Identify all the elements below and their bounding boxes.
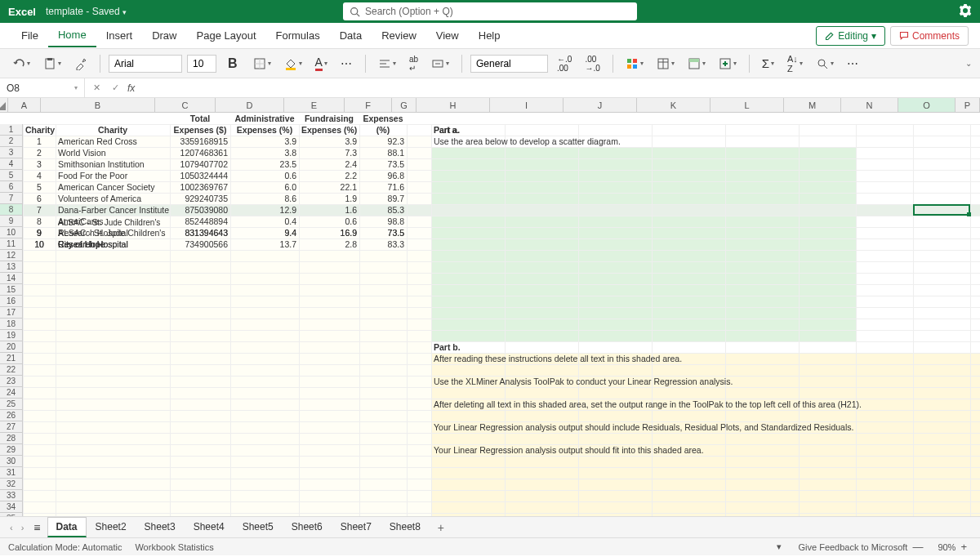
ribbon-expand-button[interactable]: ⌄ [965, 59, 972, 68]
calc-mode-label[interactable]: Calculation Mode: Automatic [8, 542, 122, 552]
font-more-button[interactable]: ⋯ [336, 55, 357, 73]
row-header-21[interactable]: 21 [0, 353, 22, 364]
col-header-C[interactable]: C [155, 98, 216, 112]
cell[interactable]: 8.6 [230, 193, 299, 204]
cell[interactable]: 9 [23, 227, 56, 238]
cell[interactable]: 12.9 [230, 204, 299, 216]
cell[interactable]: Volunteers of America [56, 193, 170, 204]
col-header-L[interactable]: L [710, 98, 784, 112]
cell[interactable]: 6.0 [230, 181, 299, 193]
cell[interactable]: 10 [23, 238, 56, 250]
cell[interactable]: World Vision [56, 147, 170, 158]
col-header-E[interactable]: E [284, 98, 345, 112]
tab-home[interactable]: Home [48, 24, 96, 47]
cell[interactable]: 2 [23, 147, 56, 158]
cell[interactable]: Charity [56, 124, 170, 136]
fill-color-button[interactable]: ▾ [280, 55, 306, 73]
col-header-N[interactable]: N [841, 98, 898, 112]
cell[interactable]: 88.1 [359, 147, 407, 158]
header-cell[interactable]: Administrative [230, 113, 299, 124]
cell[interactable]: 23.5 [230, 158, 299, 170]
cell[interactable]: 1.9 [299, 193, 359, 204]
undo-button[interactable]: ▾ [8, 55, 34, 73]
row-header-35[interactable]: 35 [0, 513, 22, 516]
cell[interactable]: 71.6 [359, 181, 407, 193]
toolbar-more-button[interactable]: ⋯ [843, 55, 863, 73]
align-button[interactable]: ▾ [374, 55, 400, 73]
col-header-H[interactable]: H [416, 98, 490, 112]
cell[interactable]: Your Linear Regression analysis output s… [431, 421, 980, 433]
col-header-A[interactable]: A [8, 98, 41, 112]
paste-button[interactable]: ▾ [39, 55, 65, 73]
row-header-22[interactable]: 22 [0, 364, 22, 376]
zoom-out-button[interactable]: — [907, 541, 928, 553]
col-header-G[interactable]: G [392, 98, 416, 112]
cell[interactable]: 89.7 [359, 193, 407, 204]
sheet-nav-prev[interactable]: ‹ [7, 523, 16, 532]
select-all-corner[interactable] [0, 98, 8, 112]
cell[interactable]: City of Hope [56, 238, 170, 250]
cell[interactable]: 3.8 [230, 147, 299, 158]
cell[interactable]: 9.4 [230, 227, 299, 238]
row-header-26[interactable]: 26 [0, 410, 22, 421]
editing-mode-button[interactable]: Editing▾ [816, 26, 885, 46]
cell[interactable]: Use the area below to develop a scatter … [431, 136, 758, 147]
header-cell[interactable]: Total [170, 113, 230, 124]
cell[interactable]: 0.4 [230, 216, 299, 227]
row-header-9[interactable]: 9 [0, 216, 22, 227]
cell[interactable]: Your Linear Regression analysis output s… [431, 444, 980, 456]
sheet-tab-sheet3[interactable]: Sheet3 [136, 517, 185, 537]
cell[interactable]: 2.4 [299, 158, 359, 170]
cell[interactable]: 6 [23, 193, 56, 204]
header-cell[interactable]: Fundraising [299, 113, 359, 124]
cell[interactable]: 0.6 [230, 170, 299, 181]
cell[interactable]: Expenses (%) [230, 124, 299, 136]
row-header-32[interactable]: 32 [0, 479, 22, 490]
autosum-button[interactable]: Σ▾ [758, 54, 778, 73]
cell[interactable]: (%) [359, 124, 407, 136]
row-header-23[interactable]: 23 [0, 376, 22, 387]
col-header-I[interactable]: I [490, 98, 564, 112]
sheet-tab-sheet4[interactable]: Sheet4 [185, 517, 234, 537]
format-table-button[interactable]: ▾ [653, 55, 679, 73]
header-cell[interactable]: Expenses [359, 113, 407, 124]
sheet-tab-data[interactable]: Data [47, 517, 87, 537]
row-header-29[interactable]: 29 [0, 444, 22, 456]
bold-button[interactable]: B [221, 55, 244, 73]
cell[interactable]: 875039080 [170, 204, 230, 216]
cell[interactable]: American Cancer Society [56, 181, 170, 193]
cells-area[interactable]: Charity #CharityTotalExpenses ($)Adminis… [23, 124, 980, 516]
row-header-18[interactable]: 18 [0, 319, 22, 330]
cell[interactable]: Expenses (%) [299, 124, 359, 136]
cell[interactable]: 3359168915 [170, 136, 230, 147]
cell[interactable]: 22.1 [299, 181, 359, 193]
row-header-12[interactable]: 12 [0, 250, 22, 261]
cell[interactable]: 3.9 [230, 136, 299, 147]
tab-insert[interactable]: Insert [96, 25, 143, 47]
cell[interactable]: 2.2 [299, 170, 359, 181]
wrap-text-button[interactable]: ab↵ [405, 52, 422, 75]
col-header-K[interactable]: K [637, 98, 710, 112]
row-header-25[interactable]: 25 [0, 399, 22, 410]
sort-filter-button[interactable]: A↓Z▾ [783, 51, 807, 76]
col-header-F[interactable]: F [345, 98, 392, 112]
row-header-34[interactable]: 34 [0, 501, 22, 513]
sheet-tab-sheet8[interactable]: Sheet8 [381, 517, 430, 537]
conditional-format-button[interactable]: ▾ [621, 55, 648, 73]
row-header-2[interactable]: 2 [0, 136, 22, 147]
cell[interactable]: American Red Cross [56, 136, 170, 147]
tab-view[interactable]: View [426, 25, 469, 47]
zoom-in-button[interactable]: + [956, 541, 972, 553]
cell[interactable]: Part b. [431, 341, 980, 353]
cell[interactable]: 98.8 [359, 216, 407, 227]
row-header-6[interactable]: 6 [0, 181, 22, 193]
cell[interactable]: 1002369767 [170, 181, 230, 193]
row-header-31[interactable]: 31 [0, 467, 22, 479]
cell[interactable]: Part a. [431, 124, 513, 136]
cell[interactable]: ALSAC - St. Jude Children's [56, 218, 186, 229]
row-header-14[interactable]: 14 [0, 273, 22, 284]
col-header-B[interactable]: B [41, 98, 155, 112]
sheet-tab-sheet5[interactable]: Sheet5 [234, 517, 283, 537]
tab-file[interactable]: File [11, 25, 48, 47]
format-painter-button[interactable] [70, 55, 91, 73]
